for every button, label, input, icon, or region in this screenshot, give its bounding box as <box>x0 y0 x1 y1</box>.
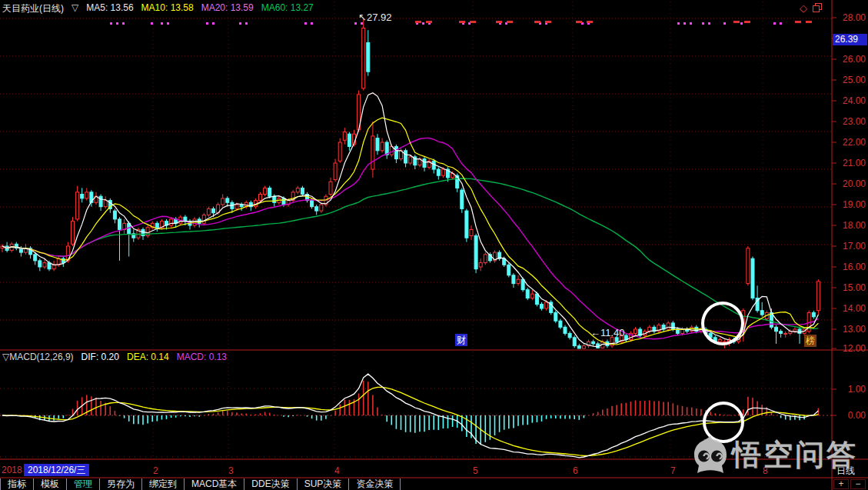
event-dot-marker <box>122 22 125 25</box>
wukong-logo-icon <box>689 433 732 476</box>
bang-info-badge[interactable]: 榜 <box>804 335 816 347</box>
event-dot-marker <box>683 22 686 25</box>
event-dot-marker <box>773 22 776 25</box>
collapse-toggle-icon[interactable]: ▽ <box>72 2 78 15</box>
event-dash-marker <box>415 21 421 23</box>
watermark-text: 悟空问答 <box>732 435 858 475</box>
event-dot-marker <box>206 22 208 25</box>
event-dot-marker <box>116 22 118 25</box>
price-axis-label: 13.00 <box>843 324 866 335</box>
menu-item-指标[interactable]: 指标 <box>1 478 34 490</box>
high-price-annotation: ↖27.92 <box>358 12 391 23</box>
event-dot-marker <box>167 22 169 25</box>
zoom-in-button[interactable]: + <box>833 479 849 489</box>
event-dot-marker <box>354 22 357 25</box>
bottom-menu-bar: 指标模板管理另存为绑定到MACD基本DDE决策SUP决策资金决策 <box>0 478 832 490</box>
event-dot-marker <box>723 22 726 25</box>
cai-info-badge[interactable]: 财 <box>455 334 467 346</box>
macd-collapse-toggle-icon[interactable]: ▽ <box>2 352 9 362</box>
dif-value: DIF: 0.20 <box>81 352 119 362</box>
event-dash-marker <box>744 21 750 23</box>
price-axis: 26.39 28.0027.0026.0025.0024.0023.0022.0… <box>832 0 868 490</box>
arrow-left-icon: ← <box>590 327 600 338</box>
event-dot-marker <box>212 22 215 25</box>
price-axis-label: 26.00 <box>843 54 866 65</box>
event-dot-marker <box>311 22 313 25</box>
price-axis-label: 16.00 <box>843 262 866 272</box>
event-dash-marker <box>733 21 740 23</box>
zoom-out-button[interactable]: − <box>850 479 866 489</box>
price-axis-label: 14.00 <box>843 303 866 314</box>
window-controls: ◇ <box>800 3 822 14</box>
price-axis-label: 21.00 <box>843 158 866 168</box>
event-dot-marker <box>110 22 112 25</box>
event-dot-marker <box>422 22 424 25</box>
event-dot-marker <box>245 22 248 25</box>
menu-item-模板[interactable]: 模板 <box>34 478 67 490</box>
menu-item-资金决策[interactable]: 资金决策 <box>349 478 401 490</box>
event-dash-marker <box>459 21 465 23</box>
menu-item-另存为[interactable]: 另存为 <box>100 478 142 490</box>
ma60-value: MA60: 13.27 <box>261 2 314 15</box>
current-date-box: 2018/12/26/三 <box>24 464 89 476</box>
event-dash-marker <box>576 21 582 23</box>
ma20-value: MA20: 13.59 <box>201 2 254 15</box>
price-axis-label: 17.00 <box>843 241 866 252</box>
menu-item-DDE决策[interactable]: DDE决策 <box>244 478 297 490</box>
event-dash-marker <box>426 21 432 23</box>
event-dot-marker <box>702 22 704 25</box>
price-axis-label: 15.00 <box>843 282 866 293</box>
event-dot-marker <box>161 22 163 25</box>
event-dot-marker <box>304 22 307 25</box>
menu-item-管理[interactable]: 管理 <box>67 478 100 490</box>
axis-highlight-value: 26.39 <box>833 34 867 45</box>
macd-axis-label: 1.00 <box>848 384 866 395</box>
event-dash-marker <box>545 21 551 23</box>
diamond-icon[interactable]: ◇ <box>800 3 807 14</box>
price-axis-label: 22.00 <box>843 137 866 148</box>
price-axis-label: 24.00 <box>843 95 866 106</box>
price-axis-label: 12.00 <box>843 343 866 354</box>
event-dash-marker <box>507 21 513 23</box>
event-dash-marker <box>795 21 801 23</box>
watermark: 悟空问答 <box>689 433 858 476</box>
price-axis-label: 18.00 <box>843 220 866 231</box>
menu-item-绑定到[interactable]: 绑定到 <box>142 478 185 490</box>
restore-window-icon[interactable] <box>813 3 822 12</box>
price-pane-header: 天目药业(日线) ▽ MA5: 13.56 MA10: 13.58 MA20: … <box>2 2 314 15</box>
menu-item-SUP决策[interactable]: SUP决策 <box>298 478 350 490</box>
highlight-circle-price <box>701 302 744 345</box>
month-axis-label: 6 <box>573 465 578 476</box>
event-dot-marker <box>677 22 680 25</box>
page-title: 天目药业(日线) <box>2 2 64 15</box>
event-dot-marker <box>151 22 153 25</box>
year-label: 2018 <box>2 465 22 475</box>
ma10-value: MA10: 13.58 <box>141 2 194 15</box>
macd-value: MACD: 0.13 <box>177 352 227 362</box>
event-dash-marker <box>806 21 812 23</box>
month-axis-label: 7 <box>670 465 676 476</box>
dea-value: DEA: 0.14 <box>127 352 169 362</box>
ma5-value: MA5: 13.56 <box>86 2 133 15</box>
event-dash-marker <box>534 21 540 23</box>
event-dot-marker <box>239 22 241 25</box>
price-axis-label: 25.00 <box>843 75 866 85</box>
month-axis-label: 3 <box>228 465 234 476</box>
low-price-annotation: ←11.40 <box>590 327 625 338</box>
menu-item-MACD基本[interactable]: MACD基本 <box>185 478 244 490</box>
event-dash-marker <box>470 21 476 23</box>
event-dash-marker <box>496 21 502 23</box>
price-axis-label: 23.00 <box>843 116 866 127</box>
month-axis-label: 4 <box>334 465 340 476</box>
event-dash-marker <box>587 21 593 23</box>
arrow-up-left-icon: ↖ <box>358 12 367 23</box>
event-dot-marker <box>708 22 710 25</box>
price-axis-label: 19.00 <box>843 199 866 210</box>
price-axis-label: 20.00 <box>843 178 866 189</box>
event-dot-marker <box>780 22 782 25</box>
stock-app-window: 天目药业(日线) ▽ MA5: 13.56 MA10: 13.58 MA20: … <box>0 0 868 490</box>
month-axis-label: 2 <box>153 465 158 476</box>
event-dot-marker <box>690 22 692 25</box>
zoom-buttons: + − <box>833 479 866 489</box>
event-dot-marker <box>740 22 743 25</box>
